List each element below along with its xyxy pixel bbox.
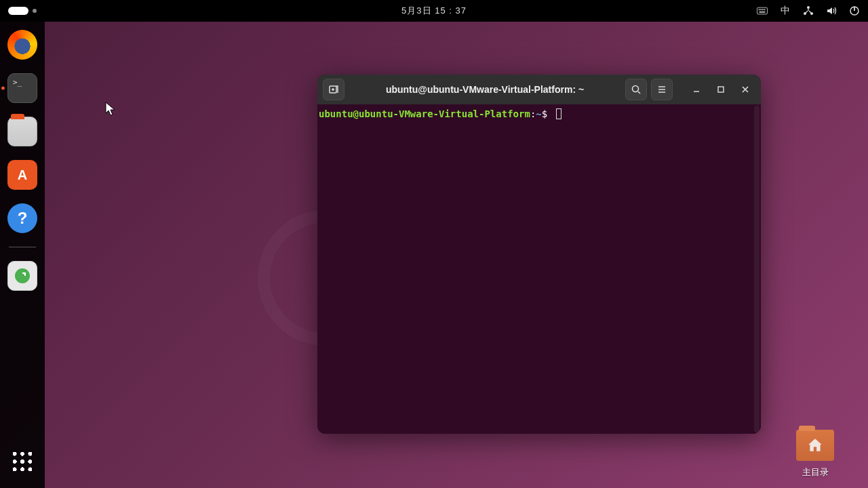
dock-divider: [9, 247, 36, 247]
hamburger-menu-button[interactable]: [651, 79, 673, 100]
search-button[interactable]: [625, 79, 647, 100]
terminal-scrollbar[interactable]: [754, 106, 760, 432]
svg-point-6: [807, 6, 810, 9]
dock-trash[interactable]: [7, 261, 37, 291]
home-folder-icon: [796, 430, 834, 461]
svg-rect-0: [757, 7, 767, 14]
prompt-dollar: $: [542, 108, 547, 119]
svg-rect-5: [760, 12, 766, 13]
close-button[interactable]: [735, 79, 755, 100]
home-folder-label: 主目录: [788, 466, 842, 479]
svg-rect-3: [762, 9, 764, 10]
system-tray: 中: [757, 5, 860, 16]
ime-indicator[interactable]: 中: [780, 5, 791, 16]
activities-pill-icon: [8, 7, 28, 15]
svg-rect-4: [764, 9, 766, 10]
power-icon[interactable]: [849, 5, 860, 16]
dock-firefox[interactable]: [7, 30, 37, 60]
activities-area[interactable]: [8, 7, 37, 15]
top-bar: 5月3日 15 : 37 中: [0, 0, 868, 22]
desktop-home-folder[interactable]: 主目录: [788, 430, 842, 479]
dock-show-apps[interactable]: [9, 449, 35, 474]
network-icon[interactable]: [803, 5, 814, 16]
dock: ?: [0, 22, 45, 488]
svg-rect-1: [759, 9, 760, 10]
prompt-user: ubuntu@ubuntu-VMware-Virtual-Platform: [319, 108, 530, 119]
svg-rect-2: [760, 9, 762, 10]
volume-icon[interactable]: [826, 5, 837, 16]
dock-help[interactable]: ?: [7, 203, 37, 233]
terminal-title: ubuntu@ubuntu-VMware-Virtual-Platform: ~: [349, 84, 621, 95]
maximize-button[interactable]: [711, 79, 731, 100]
terminal-titlebar[interactable]: ubuntu@ubuntu-VMware-Virtual-Platform: ~: [317, 75, 761, 104]
svg-point-11: [633, 86, 639, 92]
dock-terminal[interactable]: [7, 73, 37, 103]
minimize-button[interactable]: [686, 79, 707, 100]
keyboard-indicator-icon[interactable]: [757, 5, 768, 16]
terminal-window: ubuntu@ubuntu-VMware-Virtual-Platform: ~…: [317, 75, 761, 434]
clock[interactable]: 5月3日 15 : 37: [401, 5, 467, 17]
terminal-cursor-icon: [556, 108, 561, 119]
workspace-dot-icon: [33, 9, 37, 13]
mouse-cursor-icon: [105, 102, 116, 117]
running-indicator-icon: [1, 87, 5, 90]
prompt-path: ~: [536, 108, 541, 119]
dock-files[interactable]: [7, 117, 37, 146]
dock-software[interactable]: [7, 160, 37, 190]
terminal-body[interactable]: ubuntu@ubuntu-VMware-Virtual-Platform:~$: [317, 104, 761, 434]
new-tab-button[interactable]: [323, 79, 344, 100]
svg-rect-12: [718, 87, 724, 92]
